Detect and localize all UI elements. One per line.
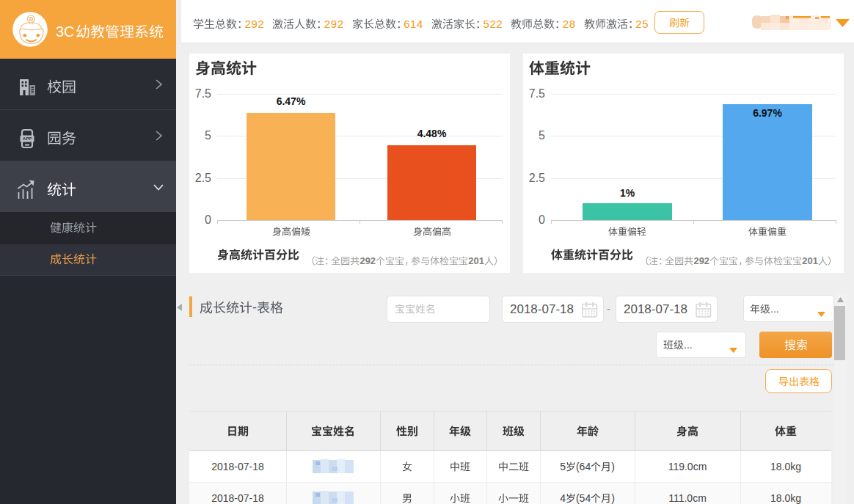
svg-text:APP: APP <box>23 136 32 141</box>
